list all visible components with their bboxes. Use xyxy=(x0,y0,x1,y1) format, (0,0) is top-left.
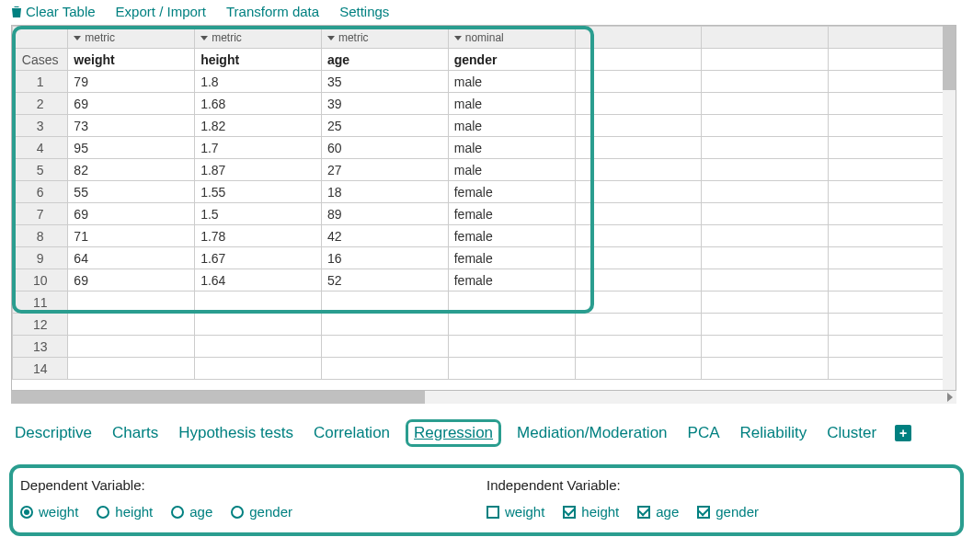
data-cell[interactable]: 64 xyxy=(68,247,195,269)
data-cell-empty[interactable] xyxy=(702,159,829,181)
data-cell[interactable]: 60 xyxy=(321,137,448,159)
tab-mediation-moderation[interactable]: Mediation/Moderation xyxy=(515,422,669,444)
data-cell-empty[interactable] xyxy=(829,336,956,358)
var-name-cell[interactable]: height xyxy=(195,49,322,71)
data-cell[interactable] xyxy=(195,336,322,358)
data-cell[interactable]: 42 xyxy=(321,225,448,247)
data-cell[interactable]: 1.55 xyxy=(195,181,322,203)
data-cell[interactable] xyxy=(68,358,195,380)
data-cell[interactable]: male xyxy=(448,159,575,181)
data-cell-empty[interactable] xyxy=(829,71,956,93)
data-cell[interactable] xyxy=(448,314,575,336)
data-cell[interactable] xyxy=(321,358,448,380)
col-type-header-empty[interactable] xyxy=(575,27,702,49)
data-cell-empty[interactable] xyxy=(702,358,829,380)
data-cell[interactable]: female xyxy=(448,181,575,203)
data-cell[interactable] xyxy=(448,336,575,358)
dep-option-gender[interactable]: gender xyxy=(231,504,292,520)
col-type-header[interactable]: metric xyxy=(68,27,195,49)
data-cell[interactable]: 16 xyxy=(321,247,448,269)
row-number[interactable]: 8 xyxy=(13,225,68,247)
data-cell[interactable]: 35 xyxy=(321,71,448,93)
data-cell-empty[interactable] xyxy=(575,314,702,336)
data-cell-empty[interactable] xyxy=(829,203,956,225)
data-cell-empty[interactable] xyxy=(575,336,702,358)
data-cell[interactable]: 1.87 xyxy=(195,159,322,181)
row-number[interactable]: 12 xyxy=(13,314,68,336)
row-number[interactable]: 7 xyxy=(13,203,68,225)
dep-option-weight[interactable]: weight xyxy=(20,504,78,520)
data-cell-empty[interactable] xyxy=(575,137,702,159)
row-number[interactable]: 4 xyxy=(13,137,68,159)
var-name-cell-empty[interactable] xyxy=(702,49,829,71)
col-type-header-empty[interactable] xyxy=(829,27,956,49)
data-cell-empty[interactable] xyxy=(702,203,829,225)
data-cell[interactable]: female xyxy=(448,225,575,247)
data-cell[interactable]: male xyxy=(448,137,575,159)
data-cell[interactable]: 52 xyxy=(321,269,448,291)
col-type-header-empty[interactable] xyxy=(702,27,829,49)
data-cell-empty[interactable] xyxy=(829,358,956,380)
data-cell-empty[interactable] xyxy=(575,93,702,115)
row-number[interactable]: 11 xyxy=(13,291,68,314)
data-cell[interactable]: 1.8 xyxy=(195,71,322,93)
data-cell-empty[interactable] xyxy=(702,71,829,93)
data-cell[interactable]: 69 xyxy=(68,269,195,291)
data-cell-empty[interactable] xyxy=(702,181,829,203)
row-number[interactable]: 1 xyxy=(13,71,68,93)
row-number[interactable]: 6 xyxy=(13,181,68,203)
data-cell[interactable] xyxy=(448,358,575,380)
data-cell[interactable] xyxy=(321,336,448,358)
data-cell-empty[interactable] xyxy=(702,314,829,336)
data-cell[interactable]: female xyxy=(448,269,575,291)
var-name-cell-empty[interactable] xyxy=(829,49,956,71)
data-cell-empty[interactable] xyxy=(702,291,829,314)
data-cell-empty[interactable] xyxy=(702,225,829,247)
data-cell[interactable] xyxy=(321,291,448,314)
data-cell[interactable]: 71 xyxy=(68,225,195,247)
var-name-cell-empty[interactable] xyxy=(575,49,702,71)
data-cell[interactable] xyxy=(195,358,322,380)
data-cell-empty[interactable] xyxy=(829,93,956,115)
indep-option-weight[interactable]: weight xyxy=(486,504,544,520)
export-import-link[interactable]: Export / Import xyxy=(116,4,206,19)
data-cell-empty[interactable] xyxy=(829,269,956,291)
var-name-cell[interactable]: gender xyxy=(448,49,575,71)
data-cell[interactable]: 1.7 xyxy=(195,137,322,159)
data-cell[interactable] xyxy=(195,314,322,336)
row-number[interactable]: 3 xyxy=(13,115,68,137)
clear-table-link[interactable]: Clear Table xyxy=(11,4,96,19)
tab-reliability[interactable]: Reliability xyxy=(738,422,809,444)
tab-correlation[interactable]: Correlation xyxy=(312,422,392,444)
data-cell[interactable]: 1.82 xyxy=(195,115,322,137)
data-cell[interactable] xyxy=(321,314,448,336)
data-cell-empty[interactable] xyxy=(575,358,702,380)
col-type-header[interactable]: metric xyxy=(195,27,322,49)
data-cell[interactable]: 1.67 xyxy=(195,247,322,269)
row-number[interactable]: 2 xyxy=(13,93,68,115)
data-cell[interactable]: 69 xyxy=(68,203,195,225)
data-cell[interactable]: 1.5 xyxy=(195,203,322,225)
data-cell[interactable] xyxy=(448,291,575,314)
add-tab-button[interactable]: + xyxy=(895,425,911,441)
tab-regression[interactable]: Regression xyxy=(408,422,498,444)
data-cell-empty[interactable] xyxy=(575,115,702,137)
row-number[interactable]: 10 xyxy=(13,269,68,291)
data-cell-empty[interactable] xyxy=(829,159,956,181)
data-cell-empty[interactable] xyxy=(829,137,956,159)
row-number[interactable]: 5 xyxy=(13,159,68,181)
dep-option-age[interactable]: age xyxy=(171,504,212,520)
data-cell[interactable]: 82 xyxy=(68,159,195,181)
data-cell[interactable]: male xyxy=(448,71,575,93)
scroll-right-icon[interactable] xyxy=(947,393,953,402)
data-cell[interactable]: 1.68 xyxy=(195,93,322,115)
settings-link[interactable]: Settings xyxy=(339,4,389,19)
tab-cluster[interactable]: Cluster xyxy=(825,422,878,444)
data-cell-empty[interactable] xyxy=(575,225,702,247)
data-cell-empty[interactable] xyxy=(702,336,829,358)
data-cell-empty[interactable] xyxy=(575,159,702,181)
data-cell-empty[interactable] xyxy=(702,137,829,159)
col-type-header[interactable]: metric xyxy=(321,27,448,49)
data-cell[interactable] xyxy=(68,291,195,314)
data-cell[interactable]: female xyxy=(448,247,575,269)
